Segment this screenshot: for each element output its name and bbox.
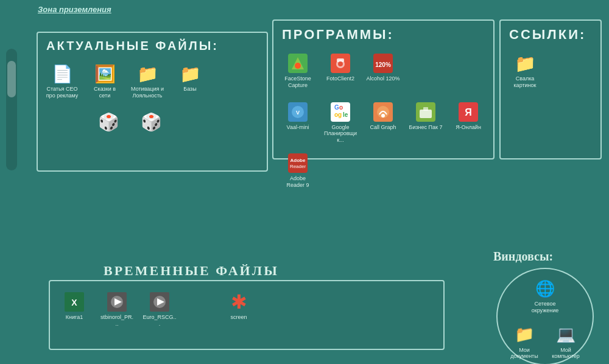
mycomputer-icon: 💻 — [555, 324, 577, 346]
svg-text:V: V — [296, 110, 300, 116]
icon-svalka[interactable]: 📁 Свалка картинок — [505, 50, 544, 91]
adobe-icon: Adobe Reader — [287, 152, 309, 174]
svg-text:Я: Я — [465, 107, 472, 117]
3d2-icon: 🎲 — [140, 111, 162, 133]
icon-facestone[interactable]: FaceStone Capture — [278, 50, 317, 91]
mydocs-label: Мои документы — [507, 347, 541, 360]
icon-skazki[interactable]: 🖼️ Сказки в сети — [85, 60, 124, 102]
svg-text:o: o — [339, 104, 343, 111]
svg-text:le: le — [343, 111, 348, 118]
vindovsy-circle: 🌐 Сетевое окружение 📁 Мои документы 💻 Мо… — [496, 268, 594, 364]
svg-text:Reader: Reader — [290, 164, 306, 169]
stbinorol-label: stbinorol_PR... — [100, 314, 134, 327]
programs-section: ПРОГРАММЫ: FaceStone Capture — [272, 19, 495, 159]
callgraph-icon — [372, 101, 394, 123]
svg-text:og: og — [334, 111, 342, 118]
fotoclient-icon — [329, 52, 351, 74]
icon-alcohol[interactable]: 120% Alcohol 120% — [364, 50, 403, 91]
statya-icon: 📄 — [51, 63, 73, 85]
icon-3d2[interactable]: 🎲 — [132, 109, 171, 137]
icon-euro[interactable]: Euro_RSCG... — [140, 289, 179, 330]
temp-icons-row: X Книга1 stbinorol_PR... — [50, 281, 443, 335]
bazy-label: Базы — [183, 86, 196, 93]
links-header: ССЫЛКИ: — [501, 21, 600, 45]
scrollbar[interactable] — [6, 49, 17, 170]
svg-text:G: G — [334, 104, 339, 111]
icon-mycomputer[interactable]: 💻 Мой компьютер — [546, 321, 585, 363]
icon-stbinorol[interactable]: stbinorol_PR... — [97, 289, 136, 330]
links-section: ССЫЛКИ: 📁 Свалка картинок — [499, 19, 602, 159]
mydocs-icon: 📁 — [513, 324, 535, 346]
svalka-label: Свалка картинок — [508, 75, 542, 89]
biznes-icon — [415, 101, 437, 123]
google-label: Google Планировщик... — [323, 124, 357, 144]
motivaciya-label: Мотивация и Лояльность — [130, 86, 164, 99]
links-icons-row: 📁 Свалка картинок — [501, 45, 600, 96]
temp-files-section: X Книга1 stbinorol_PR... — [49, 280, 445, 350]
statya-label: Статья CEO про рекламу — [45, 86, 79, 99]
screen-label: screen — [230, 314, 247, 321]
icon-bazy[interactable]: 📁 Базы — [171, 60, 209, 102]
vindovsy-section: Виндовсы: 🌐 Сетевое окружение 📁 Мои доку… — [493, 250, 597, 353]
icon-ya-online[interactable]: Я Я-Онлайн — [449, 99, 488, 146]
actual-files-header: АКТУАЛЬНЫЕ ФАЙЛЫ: — [38, 33, 267, 55]
3d1-icon: 🎲 — [97, 111, 119, 133]
svg-point-2 — [295, 63, 301, 69]
svg-point-19 — [381, 114, 385, 117]
google-icon: G o og le — [329, 101, 351, 123]
vaal-label: Vaal-mini — [287, 124, 309, 131]
svalka-icon: 📁 — [514, 52, 536, 74]
fotoclient-label: FotoClient2 — [326, 75, 354, 82]
euro-label: Euro_RSCG... — [143, 314, 177, 327]
euro-icon — [149, 291, 171, 313]
skazki-label: Сказки в сети — [88, 86, 122, 99]
alcohol-icon: 120% — [372, 52, 394, 74]
bazy-icon: 📁 — [179, 63, 201, 85]
icon-3d1[interactable]: 🎲 — [89, 109, 128, 137]
biznes-label: Бизнес Пак 7 — [409, 124, 443, 131]
icon-statya[interactable]: 📄 Статья CEO про рекламу — [43, 60, 82, 102]
ya-online-icon: Я — [457, 101, 479, 123]
programs-header: ПРОГРАММЫ: — [273, 21, 493, 45]
svg-point-6 — [338, 61, 343, 66]
temp-files-header: ВРЕМЕННЫЕ ФАЙЛЫ — [104, 263, 279, 279]
icon-biznes[interactable]: Бизнес Пак 7 — [406, 99, 445, 146]
facestone-label: FaceStone Capture — [281, 75, 315, 89]
svg-text:120%: 120% — [375, 61, 391, 68]
callgraph-label: Call Graph — [370, 124, 396, 131]
skazki-icon: 🖼️ — [94, 63, 116, 85]
vaal-icon: V — [287, 101, 309, 123]
motivaciya-icon: 📁 — [136, 63, 158, 85]
network-label: Сетевое окружение — [528, 301, 562, 314]
icon-mydocs[interactable]: 📁 Мои документы — [505, 321, 544, 363]
mycomputer-label: Мой компьютер — [549, 347, 583, 360]
svg-text:Adobe: Adobe — [290, 158, 306, 163]
svg-rect-22 — [423, 107, 428, 111]
icon-screen[interactable]: ✱ screen — [219, 289, 258, 330]
zone-landing-label: Зона приземления — [38, 5, 111, 14]
kniga-label: Книга1 — [66, 314, 83, 321]
alcohol-label: Alcohol 120% — [366, 75, 400, 82]
screen-icon: ✱ — [228, 291, 250, 313]
icon-callgraph[interactable]: Call Graph — [364, 99, 403, 146]
icon-kniga[interactable]: X Книга1 — [55, 289, 94, 330]
icon-adobe[interactable]: Adobe Reader Adobe Reader 9 — [278, 150, 317, 191]
svg-rect-25 — [288, 153, 308, 173]
kniga-icon: X — [63, 291, 85, 313]
icon-network[interactable]: 🌐 Сетевое окружение — [526, 275, 565, 317]
scroll-thumb[interactable] — [7, 61, 16, 97]
svg-text:X: X — [71, 298, 77, 307]
svg-rect-21 — [420, 110, 432, 118]
vindovsy-header: Виндовсы: — [493, 250, 597, 264]
adobe-label: Adobe Reader 9 — [281, 175, 315, 189]
icon-motivaciya[interactable]: 📁 Мотивация и Лояльность — [128, 60, 167, 102]
facestone-icon — [287, 52, 309, 74]
programs-icons-row: FaceStone Capture FotoClient2 120% Alco — [273, 45, 493, 196]
icon-fotoclient[interactable]: FotoClient2 — [321, 50, 360, 91]
ya-online-label: Я-Онлайн — [456, 124, 481, 131]
network-icon: 🌐 — [534, 278, 556, 299]
actual-files-icons-row: 📄 Статья CEO про рекламу 🖼️ Сказки в сет… — [38, 55, 267, 142]
icon-google[interactable]: G o og le Google Планировщик... — [321, 99, 360, 146]
actual-files-section: АКТУАЛЬНЫЕ ФАЙЛЫ: 📄 Статья CEO про рекла… — [37, 32, 268, 172]
icon-vaal[interactable]: V Vaal-mini — [278, 99, 317, 146]
